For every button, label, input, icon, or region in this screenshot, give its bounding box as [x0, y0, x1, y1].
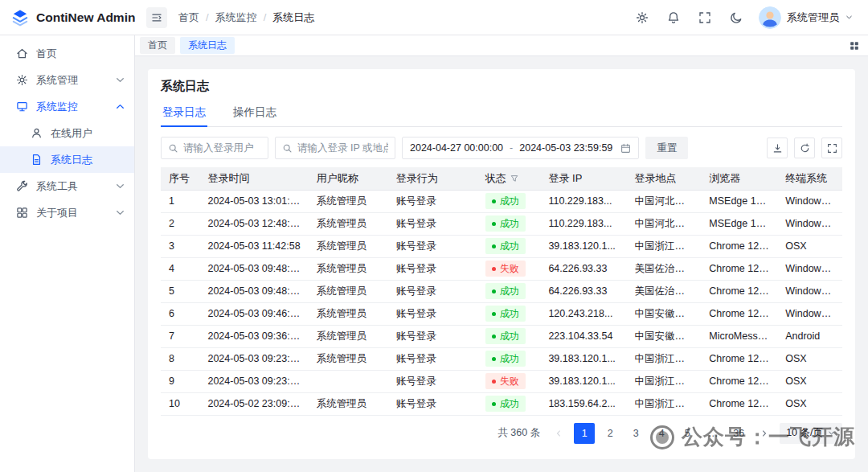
breadcrumb-item-home[interactable]: 首页 [178, 10, 199, 25]
page-button[interactable]: 2 [600, 423, 620, 444]
status-dot [492, 199, 496, 203]
sidebar-item-label: 系统工具 [36, 179, 106, 194]
cell-index: 1 [161, 190, 199, 212]
cell-os: Windows 10 [777, 257, 842, 280]
prev-page-button[interactable] [548, 423, 569, 444]
cell-nickname: 系统管理员 [309, 280, 388, 302]
export-button[interactable] [767, 137, 788, 158]
sidebar-item-online-users[interactable]: 在线用户 [0, 120, 134, 146]
sidebar-item-label: 首页 [36, 47, 126, 61]
download-icon [772, 143, 783, 154]
page-tab-home[interactable]: 首页 [140, 37, 175, 54]
cell-index: 4 [161, 257, 199, 280]
cell-nickname: 系统管理员 [309, 325, 388, 347]
fullscreen-button[interactable] [696, 9, 714, 27]
date-end-value[interactable]: 2024-05-03 23:59:59 [519, 142, 612, 154]
page-button[interactable]: 5 [677, 423, 698, 444]
cell-nickname: 系统管理员 [309, 257, 388, 280]
sidebar-item-system-tools[interactable]: 系统工具 [0, 173, 134, 199]
page-size-select[interactable]: 10 条/页 [780, 423, 842, 444]
page-tabs-bar: 首页 系统日志 [135, 35, 868, 56]
table-row: 12024-05-03 13:01:49系统管理员账号登录成功110.229.1… [161, 190, 842, 212]
refresh-button[interactable] [794, 137, 815, 158]
sidebar-item-system-management[interactable]: 系统管理 [0, 67, 134, 93]
col-login-ip: 登录 IP [540, 167, 626, 190]
col-nickname: 用户昵称 [309, 167, 388, 190]
topbar-actions: 系统管理员 [633, 6, 868, 29]
cell-behavior: 账号登录 [388, 392, 477, 415]
cell-index: 3 [161, 235, 199, 257]
col-os: 终端系统 [777, 167, 842, 190]
login-ip-input[interactable] [297, 142, 388, 154]
header-row: 序号 登录时间 用户昵称 登录行为 状态 登录 IP 登录 [161, 167, 842, 190]
cell-login-time: 2024-05-02 23:09:49 [199, 392, 308, 415]
breadcrumb-separator: / [264, 11, 267, 23]
login-user-search[interactable] [161, 137, 268, 159]
cell-nickname: 系统管理员 [309, 212, 388, 235]
page-button[interactable]: 3 [625, 423, 646, 444]
cell-login-ip: 64.226.93.33 [540, 257, 626, 280]
notifications-button[interactable] [665, 9, 682, 27]
page-tab-system-logs[interactable]: 系统日志 [180, 37, 235, 54]
cell-browser: Chrome 123... [701, 257, 777, 280]
app-logo-area[interactable]: ContiNew Admin [0, 0, 135, 35]
cell-login-time: 2024-05-03 13:01:49 [199, 190, 308, 212]
tab-login-logs[interactable]: 登录日志 [161, 101, 207, 126]
date-range-picker[interactable]: 2024-04-27 00:00:00 - 2024-05-03 23:59:5… [402, 137, 639, 159]
column-label: 序号 [169, 172, 190, 184]
log-file-icon [31, 154, 43, 166]
date-start-value[interactable]: 2024-04-27 00:00:00 [410, 142, 503, 154]
settings-button[interactable] [633, 9, 651, 27]
sidebar-collapse-button[interactable] [146, 7, 167, 28]
cell-os: Windows 10 [777, 212, 842, 235]
col-location: 登录地点 [626, 167, 701, 190]
sidebar-item-label: 关于项目 [36, 206, 106, 220]
cell-status: 成功 [477, 190, 541, 212]
column-label: 浏览器 [709, 172, 740, 184]
filter-icon[interactable] [510, 174, 519, 183]
cell-login-ip: 39.183.120.1... [540, 235, 626, 257]
cell-status: 成功 [477, 302, 541, 325]
next-page-button[interactable] [754, 423, 775, 444]
login-user-input[interactable] [183, 142, 261, 154]
app-logo-icon [10, 8, 30, 27]
status-badge: 失败 [485, 373, 526, 389]
user-menu[interactable]: 系统管理员 [759, 6, 854, 29]
sidebar-item-label: 在线用户 [51, 126, 126, 141]
cell-index: 2 [161, 212, 199, 235]
cell-nickname: 系统管理员 [309, 302, 388, 325]
page-ellipsis: … [702, 423, 723, 444]
sidebar-item-home[interactable]: 首页 [0, 40, 134, 67]
sidebar-item-system-logs[interactable]: 系统日志 [0, 146, 134, 173]
sidebar-item-system-monitor[interactable]: 系统监控 [0, 93, 134, 120]
cell-behavior: 账号登录 [388, 347, 477, 370]
gear-icon [16, 74, 28, 86]
sidebar-item-about-project[interactable]: 关于项目 [0, 199, 134, 226]
table-row: 72024-05-03 09:36:31系统管理员账号登录成功223.104.3… [161, 325, 842, 347]
chevron-right-icon [760, 429, 769, 438]
cell-login-ip: 223.104.33.54 [540, 325, 626, 347]
page-button[interactable]: 1 [574, 423, 595, 444]
status-dot [492, 267, 496, 271]
theme-toggle-button[interactable] [727, 9, 745, 27]
table-row: 52024-05-03 09:48:09系统管理员账号登录成功64.226.93… [161, 280, 842, 302]
tabs-menu-button[interactable] [849, 40, 860, 51]
cell-behavior: 账号登录 [388, 190, 477, 212]
cell-index: 5 [161, 280, 199, 302]
menu-fold-icon [151, 12, 162, 23]
table-fullscreen-button[interactable] [821, 137, 842, 158]
filter-bar: 2024-04-27 00:00:00 - 2024-05-03 23:59:5… [161, 137, 842, 159]
login-ip-search[interactable] [275, 137, 395, 159]
column-label: 登录时间 [207, 172, 249, 184]
monitor-icon [16, 101, 28, 113]
gear-icon [636, 11, 649, 24]
cell-nickname [309, 370, 388, 392]
breadcrumb-item-monitor[interactable]: 系统监控 [215, 10, 257, 25]
page-button[interactable]: 36 [728, 423, 749, 444]
cell-browser: MSEdge 124... [701, 190, 777, 212]
page-button[interactable]: 4 [651, 423, 672, 444]
reset-button[interactable]: 重置 [645, 137, 688, 159]
chevron-left-icon [554, 429, 563, 438]
tab-operation-logs[interactable]: 操作日志 [231, 101, 278, 126]
cell-index: 6 [161, 302, 199, 325]
